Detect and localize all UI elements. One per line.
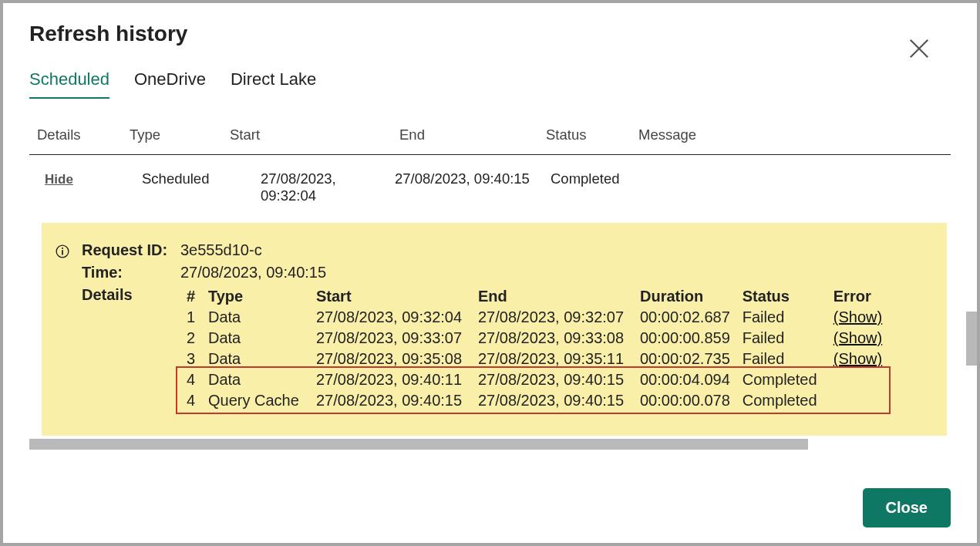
close-icon[interactable] <box>908 37 931 60</box>
label-details: Details <box>82 286 180 411</box>
attempt-cell-end: 27/08/2023, 09:40:15 <box>472 390 634 411</box>
hdr-status: Status <box>736 286 827 307</box>
attempt-cell-start: 27/08/2023, 09:40:11 <box>310 369 472 390</box>
attempt-table: # Type Start End Duration Status Error 1… <box>180 286 889 411</box>
vertical-scrollbar[interactable] <box>966 312 977 366</box>
col-header-start: Start <box>230 126 399 143</box>
hdr-duration: Duration <box>634 286 736 307</box>
close-button[interactable]: Close <box>863 488 951 527</box>
value-request-id: 3e555d10-c <box>180 241 928 259</box>
attempt-cell-duration: 00:00:02.735 <box>634 349 736 369</box>
col-header-details: Details <box>37 126 130 143</box>
attempt-cell-status: Failed <box>736 328 827 349</box>
dialog-title: Refresh history <box>3 3 977 46</box>
attempt-cell-error <box>827 369 889 390</box>
attempt-cell-duration: 00:00:00.859 <box>634 328 736 349</box>
attempt-cell-num: 3 <box>180 349 202 369</box>
history-scroll-area: Details Type Start End Status Message Hi… <box>29 122 951 450</box>
attempt-cell-error <box>827 390 889 411</box>
refresh-history-dialog: Refresh history Scheduled OneDrive Direc… <box>3 3 977 543</box>
attempt-cell-status: Failed <box>736 307 827 328</box>
attempt-row: 4Data27/08/2023, 09:40:1127/08/2023, 09:… <box>180 369 889 390</box>
attempt-cell-start: 27/08/2023, 09:33:07 <box>310 328 472 349</box>
show-error-link[interactable]: (Show) <box>834 350 882 367</box>
attempt-cell-type: Query Cache <box>202 390 310 411</box>
attempt-cell-num: 4 <box>180 390 202 411</box>
hdr-type: Type <box>202 286 310 307</box>
value-time: 27/08/2023, 09:40:15 <box>180 264 928 281</box>
attempt-cell-start: 27/08/2023, 09:32:04 <box>310 307 472 328</box>
attempt-cell-end: 27/08/2023, 09:32:07 <box>472 307 634 328</box>
attempt-cell-error: (Show) <box>827 307 889 328</box>
tab-onedrive[interactable]: OneDrive <box>134 69 206 99</box>
svg-rect-1 <box>62 250 63 254</box>
attempt-cell-error: (Show) <box>827 349 889 369</box>
attempt-cell-status: Failed <box>736 349 827 369</box>
tab-direct-lake[interactable]: Direct Lake <box>231 69 316 99</box>
history-row: Hide Scheduled 27/08/2023, 09:32:04 27/0… <box>29 155 951 209</box>
tab-bar: Scheduled OneDrive Direct Lake <box>3 46 977 99</box>
toggle-details-link[interactable]: Hide <box>45 172 73 187</box>
attempt-meta: Request ID: 3e555d10-c Time: 27/08/2023,… <box>82 241 928 411</box>
attempt-row: 2Data27/08/2023, 09:33:0727/08/2023, 09:… <box>180 328 889 349</box>
label-time: Time: <box>82 264 180 281</box>
horizontal-scrollbar[interactable] <box>29 439 808 450</box>
svg-rect-2 <box>62 248 63 249</box>
attempt-cell-num: 2 <box>180 328 202 349</box>
attempt-cell-end: 27/08/2023, 09:35:11 <box>472 349 634 369</box>
scrollbar-thumb[interactable] <box>29 439 808 450</box>
attempt-cell-end: 27/08/2023, 09:33:08 <box>472 328 634 349</box>
hdr-start: Start <box>310 286 472 307</box>
hdr-error: Error <box>827 286 889 307</box>
attempt-cell-num: 4 <box>180 369 202 390</box>
dialog-footer: Close <box>863 488 951 527</box>
col-header-end: End <box>399 126 546 143</box>
attempt-table-wrap: # Type Start End Duration Status Error 1… <box>180 286 928 411</box>
toggle-details-cell: Hide <box>37 170 130 204</box>
row-end: 27/08/2023, 09:40:15 <box>392 170 551 204</box>
hdr-num: # <box>180 286 202 307</box>
col-header-type: Type <box>130 126 230 143</box>
attempt-row: 1Data27/08/2023, 09:32:0427/08/2023, 09:… <box>180 307 889 328</box>
attempt-cell-start: 27/08/2023, 09:40:15 <box>310 390 472 411</box>
tab-scheduled[interactable]: Scheduled <box>29 69 109 99</box>
attempt-cell-duration: 00:00:00.078 <box>634 390 736 411</box>
history-table-header: Details Type Start End Status Message <box>29 122 951 155</box>
show-error-link[interactable]: (Show) <box>834 308 882 325</box>
attempt-cell-type: Data <box>202 307 310 328</box>
attempt-cell-end: 27/08/2023, 09:40:15 <box>472 369 634 390</box>
attempt-cell-start: 27/08/2023, 09:35:08 <box>310 349 472 369</box>
show-error-link[interactable]: (Show) <box>834 329 882 346</box>
attempt-cell-status: Completed <box>736 390 827 411</box>
row-type: Scheduled <box>130 170 230 204</box>
attempt-cell-duration: 00:00:04.094 <box>634 369 736 390</box>
row-message <box>643 170 943 204</box>
attempt-cell-duration: 00:00:02.687 <box>634 307 736 328</box>
col-header-status: Status <box>546 126 638 143</box>
label-request-id: Request ID: <box>82 241 180 259</box>
attempt-cell-type: Data <box>202 328 310 349</box>
info-icon <box>56 244 69 258</box>
attempt-details-panel: Request ID: 3e555d10-c Time: 27/08/2023,… <box>42 223 947 436</box>
attempt-cell-type: Data <box>202 369 310 390</box>
attempt-cell-num: 1 <box>180 307 202 328</box>
attempt-row: 4Query Cache27/08/2023, 09:40:1527/08/20… <box>180 390 889 411</box>
hdr-end: End <box>472 286 634 307</box>
row-status: Completed <box>551 170 643 204</box>
attempt-row: 3Data27/08/2023, 09:35:0827/08/2023, 09:… <box>180 349 889 369</box>
attempt-cell-error: (Show) <box>827 328 889 349</box>
col-header-message: Message <box>638 126 943 143</box>
attempt-cell-status: Completed <box>736 369 827 390</box>
attempt-cell-type: Data <box>202 349 310 369</box>
row-start: 27/08/2023, 09:32:04 <box>230 170 392 204</box>
